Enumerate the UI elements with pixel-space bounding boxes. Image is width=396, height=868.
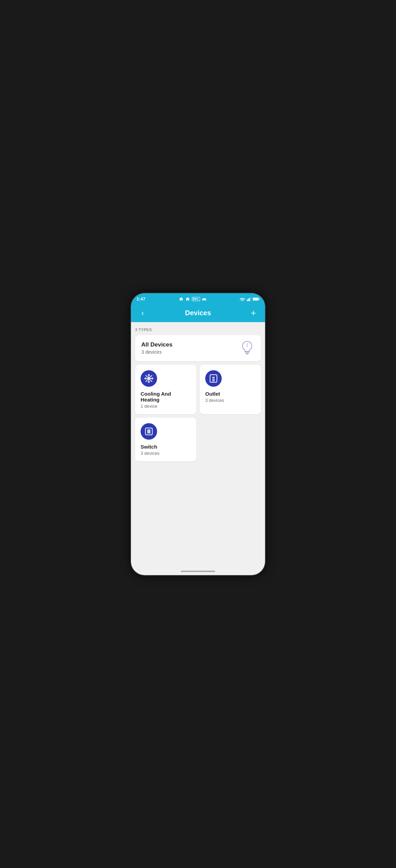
battery-icon	[253, 297, 260, 301]
signal-icon	[246, 297, 251, 301]
status-right-icons	[240, 297, 260, 301]
svg-point-26	[213, 379, 214, 381]
bulb-icon	[240, 341, 255, 356]
svg-rect-6	[253, 298, 258, 300]
status-system-icons: BPL	[179, 297, 207, 301]
all-devices-card[interactable]: All Devices 3 devices	[135, 335, 261, 361]
back-button[interactable]: ‹	[136, 307, 149, 319]
svg-rect-24	[212, 377, 213, 378]
app-bar-title: Devices	[149, 309, 247, 317]
wifi-icon	[240, 297, 245, 301]
status-bar: 1:47 BPL	[131, 293, 265, 304]
cooling-heating-title: Cooling And Heating	[141, 391, 191, 403]
svg-rect-3	[250, 297, 251, 301]
home-indicator	[131, 568, 265, 575]
cooling-heating-subtitle: 1 device	[141, 404, 191, 409]
switch-card[interactable]: Switch 3 devices	[135, 418, 196, 461]
svg-rect-25	[214, 377, 215, 378]
add-button[interactable]: +	[247, 307, 260, 319]
phone-screen: 1:47 BPL	[131, 293, 265, 575]
svg-rect-5	[259, 298, 260, 300]
section-label: 3 TYPES	[135, 328, 261, 332]
status-time: 1:47	[136, 296, 145, 301]
home-icon	[179, 297, 184, 301]
device-type-grid: Cooling And Heating 1 device Ou	[135, 365, 261, 461]
switch-title: Switch	[141, 444, 191, 450]
svg-rect-0	[247, 299, 248, 301]
content-area: 3 TYPES All Devices 3 devices	[131, 322, 265, 568]
bpl-badge: BPL	[192, 297, 200, 301]
svg-rect-7	[245, 352, 249, 352]
outlet-icon-wrap	[205, 370, 222, 387]
cooling-heating-card[interactable]: Cooling And Heating 1 device	[135, 365, 196, 414]
outlet-card[interactable]: Outlet 3 devices	[200, 365, 261, 414]
switch-subtitle: 3 devices	[141, 451, 191, 456]
outlet-title: Outlet	[205, 391, 255, 397]
home2-icon	[185, 297, 190, 301]
all-devices-text: All Devices 3 devices	[141, 341, 173, 355]
svg-rect-28	[147, 429, 151, 430]
all-devices-title: All Devices	[141, 341, 173, 348]
svg-rect-1	[248, 299, 249, 301]
switch-icon-wrap	[141, 423, 157, 440]
home-bar	[181, 571, 215, 572]
outlet-subtitle: 3 devices	[205, 398, 255, 403]
svg-rect-29	[147, 431, 151, 432]
all-devices-subtitle: 3 devices	[141, 349, 173, 355]
svg-point-10	[247, 345, 248, 347]
svg-rect-2	[249, 298, 250, 301]
snow-icon-wrap	[141, 370, 157, 387]
svg-rect-30	[147, 432, 151, 433]
app-bar: ‹ Devices +	[131, 304, 265, 322]
android-icon	[202, 297, 207, 301]
phone-frame: 1:47 BPL	[131, 293, 265, 575]
svg-rect-8	[245, 353, 249, 353]
